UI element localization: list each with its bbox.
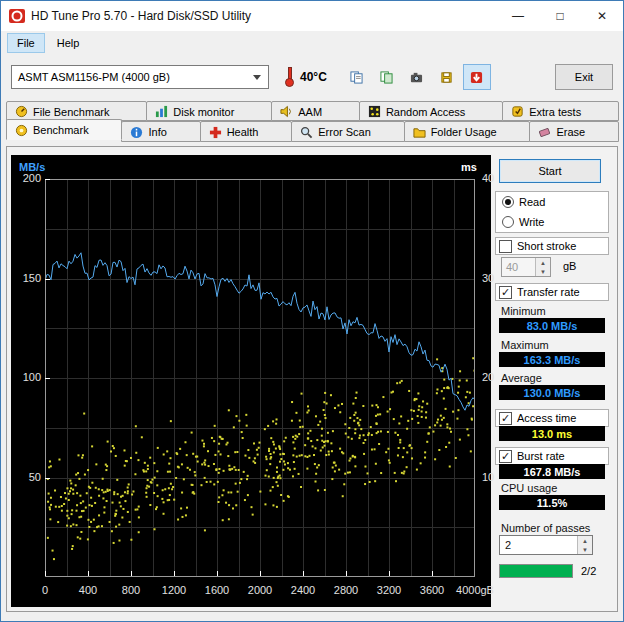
cpu-usage-label: CPU usage: [501, 482, 557, 494]
transfer-rate-row[interactable]: ✓ Transfer rate: [495, 283, 609, 301]
burst-rate-row[interactable]: ✓ Burst rate: [495, 447, 609, 465]
short-stroke-row[interactable]: Short stroke: [495, 237, 609, 255]
drive-select-dropdown[interactable]: ASMT ASM1156-PM (4000 gB): [11, 65, 269, 89]
passes-label: Number of passes: [501, 522, 590, 534]
burst-rate-value: 167.8 MB/s: [499, 464, 605, 479]
axis-tick-label: 200: [13, 172, 41, 184]
tab-disk-monitor[interactable]: Disk monitor: [146, 101, 272, 121]
burst-rate-label: Burst rate: [517, 450, 565, 462]
axis-tick-label: 1600: [205, 584, 229, 596]
short-stroke-unit-label: gB: [563, 260, 576, 272]
average-label: Average: [501, 372, 542, 384]
axis-tick-label: 150: [13, 272, 41, 284]
axis-tick-label: 400: [79, 584, 97, 596]
y-right-axis-unit: ms: [461, 161, 477, 173]
axis-tick-label: 3600: [420, 584, 444, 596]
short-stroke-input[interactable]: 40 ▲▼: [501, 257, 551, 277]
save-icon: [440, 71, 453, 84]
close-button[interactable]: ✕: [581, 1, 623, 31]
axis-tick-label: 0: [42, 584, 48, 596]
start-button[interactable]: Start: [499, 159, 601, 183]
drive-select-value: ASMT ASM1156-PM (4000 gB): [18, 71, 170, 83]
tab-row-1: File Benchmark Disk monitor AAM Random A…: [6, 101, 618, 121]
tab-file-benchmark[interactable]: File Benchmark: [6, 101, 147, 121]
tab-label: AAM: [298, 106, 322, 118]
save-button[interactable]: [433, 64, 461, 90]
chevron-down-icon: [253, 75, 261, 80]
short-stroke-value: 40: [502, 258, 535, 276]
short-stroke-spinner[interactable]: ▲▼: [535, 258, 550, 276]
spin-up-icon[interactable]: ▲: [578, 536, 592, 545]
tab-erase[interactable]: Erase: [529, 121, 619, 142]
minimum-value: 83.0 MB/s: [499, 318, 605, 333]
copy-text-button[interactable]: [343, 64, 371, 90]
health-cross-icon: [209, 126, 222, 139]
read-radio[interactable]: [502, 196, 514, 208]
menu-help[interactable]: Help: [47, 33, 90, 53]
eraser-icon: [538, 126, 551, 139]
chart-plot-area: [45, 179, 475, 577]
axis-tick-label: 1200: [162, 584, 186, 596]
thermometer-icon: [285, 67, 295, 87]
tab-extra-tests[interactable]: Extra tests: [502, 101, 619, 121]
magnifier-icon: [300, 126, 313, 139]
download-button[interactable]: [463, 64, 491, 90]
tab-label: Folder Usage: [431, 126, 497, 138]
burst-rate-checkbox[interactable]: ✓: [499, 450, 512, 463]
transfer-rate-checkbox[interactable]: ✓: [499, 286, 512, 299]
access-time-row[interactable]: ✓ Access time: [495, 409, 609, 427]
app-window: HD Tune Pro 5.70 - Hard Disk/SSD Utility…: [0, 0, 624, 622]
tab-random-access[interactable]: Random Access: [359, 101, 503, 121]
tab-label: Extra tests: [529, 106, 581, 118]
benchmark-panel: MB/s ms 20015010050403020100400800120016…: [6, 146, 618, 612]
write-radio[interactable]: [502, 216, 514, 228]
menu-file[interactable]: File: [7, 33, 45, 53]
spin-up-icon[interactable]: ▲: [536, 258, 550, 267]
tab-benchmark[interactable]: Benchmark: [6, 119, 122, 140]
read-radio-label: Read: [519, 196, 545, 208]
minimize-button[interactable]: —: [497, 1, 539, 31]
tab-folder-usage[interactable]: Folder Usage: [404, 121, 531, 142]
tab-control: File Benchmark Disk monitor AAM Random A…: [1, 101, 623, 142]
temperature-display: 40°C: [279, 65, 333, 89]
maximum-label: Maximum: [501, 339, 549, 351]
read-radio-row[interactable]: Read: [502, 196, 602, 208]
tab-error-scan[interactable]: Error Scan: [291, 121, 404, 142]
toolbar-buttons: [343, 64, 491, 90]
tab-label: Benchmark: [33, 124, 89, 136]
passes-input[interactable]: 2 ▲▼: [499, 535, 593, 555]
short-stroke-checkbox[interactable]: [499, 240, 512, 253]
menu-bar: File Help: [1, 31, 623, 55]
benchmark-controls: Start Read Write Short stroke 40 ▲▼ gB: [493, 155, 617, 607]
title-bar: HD Tune Pro 5.70 - Hard Disk/SSD Utility…: [1, 1, 623, 31]
axis-tick-label: 50: [13, 471, 41, 483]
maximize-button[interactable]: □: [539, 1, 581, 31]
tab-info[interactable]: Info: [121, 121, 200, 142]
tab-label: Health: [227, 126, 259, 138]
folder-icon: [413, 126, 426, 139]
progress-bar: [499, 564, 573, 578]
info-icon: [130, 126, 143, 139]
screenshot-button[interactable]: [403, 64, 431, 90]
tab-health[interactable]: Health: [200, 121, 293, 142]
spin-down-icon[interactable]: ▼: [578, 545, 592, 554]
window-title: HD Tune Pro 5.70 - Hard Disk/SSD Utility: [31, 9, 497, 23]
benchmark-icon: [15, 124, 28, 137]
transfer-rate-label: Transfer rate: [517, 286, 580, 298]
access-time-checkbox[interactable]: ✓: [499, 412, 512, 425]
tab-aam[interactable]: AAM: [271, 101, 360, 121]
exit-button[interactable]: Exit: [555, 64, 613, 90]
axis-tick-label: 800: [122, 584, 140, 596]
progress-fill: [500, 565, 572, 577]
write-radio-row[interactable]: Write: [502, 216, 602, 228]
passes-spinner[interactable]: ▲▼: [577, 536, 592, 554]
app-icon: [9, 8, 25, 24]
benchmark-chart: MB/s ms 20015010050403020100400800120016…: [11, 155, 491, 607]
spin-down-icon[interactable]: ▼: [536, 267, 550, 276]
minimum-label: Minimum: [501, 305, 546, 317]
axis-tick-label: 4000gB: [456, 584, 494, 596]
copy-image-button[interactable]: [373, 64, 401, 90]
short-stroke-label: Short stroke: [517, 240, 576, 252]
toolbar: ASMT ASM1156-PM (4000 gB) 40°C Exit: [1, 55, 623, 99]
passes-value: 2: [500, 536, 577, 554]
